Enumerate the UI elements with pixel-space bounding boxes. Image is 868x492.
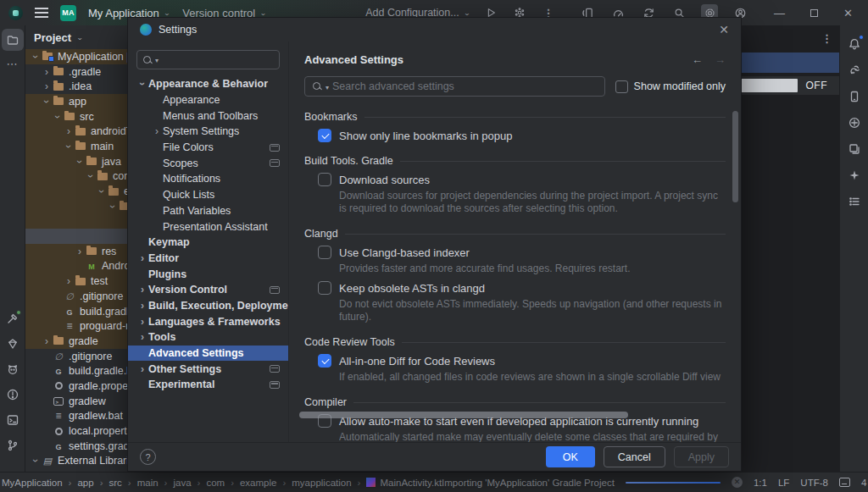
apply-button[interactable]: Apply bbox=[674, 446, 729, 467]
option-label[interactable]: Use Clangd-based indexer bbox=[339, 246, 470, 259]
section-title: Code Review Tools bbox=[304, 336, 395, 348]
forward-arrow-icon[interactable]: → bbox=[715, 53, 726, 66]
settings-nav-item[interactable]: Build, Execution, Deployment bbox=[128, 298, 288, 314]
settings-nav-item[interactable]: Appearance bbox=[128, 92, 288, 108]
build-tool-icon[interactable] bbox=[2, 307, 24, 329]
settings-nav-item[interactable]: Scopes bbox=[128, 155, 288, 171]
breadcrumb-item[interactable]: example bbox=[225, 478, 276, 488]
cancel-button[interactable]: Cancel bbox=[604, 446, 665, 467]
maximize-button[interactable] bbox=[810, 9, 818, 17]
minimize-button[interactable]: — bbox=[774, 7, 785, 19]
tree-label: app bbox=[69, 96, 86, 108]
logcat-icon[interactable] bbox=[2, 358, 24, 380]
settings-nav-item[interactable]: Tools bbox=[128, 329, 288, 346]
project-tool-icon[interactable] bbox=[2, 29, 24, 51]
settings-nav-item[interactable]: Presentation Assistant bbox=[128, 218, 288, 235]
breadcrumb-item[interactable]: app bbox=[63, 478, 94, 488]
checkbox[interactable] bbox=[318, 173, 331, 186]
checkbox[interactable] bbox=[318, 129, 331, 142]
caret-position[interactable]: 1:1 bbox=[754, 478, 767, 488]
settings-nav-item[interactable]: Notifications bbox=[128, 171, 288, 187]
nav-item-label: Presentation Assistant bbox=[163, 221, 268, 233]
option-label[interactable]: Download sources bbox=[339, 174, 430, 186]
problems-icon[interactable] bbox=[2, 384, 24, 406]
file-type-icon bbox=[52, 440, 65, 452]
editor-options-icon[interactable]: ⋮ bbox=[821, 32, 832, 45]
encoding[interactable]: UTF-8 bbox=[800, 478, 828, 488]
banner-toggle-label[interactable]: OFF bbox=[806, 80, 828, 91]
tree-label: gradle bbox=[69, 335, 98, 347]
settings-nav-item[interactable]: Quick Lists bbox=[128, 187, 288, 203]
close-button[interactable]: ✕ bbox=[843, 7, 853, 19]
breadcrumb-item[interactable]: MyApplication bbox=[2, 478, 63, 488]
help-button[interactable]: ? bbox=[140, 449, 156, 465]
nav-item-label: Version Control bbox=[148, 284, 227, 296]
project-badge[interactable]: MA bbox=[60, 5, 76, 21]
settings-search-input[interactable] bbox=[161, 54, 274, 66]
settings-nav-item[interactable]: Keymap bbox=[128, 235, 288, 251]
vertical-scrollbar[interactable] bbox=[732, 111, 738, 202]
settings-nav-item[interactable]: Languages & Frameworks bbox=[128, 313, 288, 329]
settings-nav-item[interactable]: Advanced Settings bbox=[128, 346, 288, 362]
breadcrumb-item[interactable]: com bbox=[192, 478, 225, 488]
settings-row: Code Review Tools bbox=[304, 336, 726, 348]
structure-icon[interactable] bbox=[843, 191, 865, 213]
section-divider bbox=[345, 234, 726, 235]
main-menu-icon[interactable] bbox=[35, 8, 48, 18]
indent-setting[interactable]: 4 spaces bbox=[861, 478, 868, 488]
dialog-close-icon[interactable]: ✕ bbox=[719, 23, 729, 36]
breadcrumb-item[interactable]: src bbox=[94, 478, 122, 488]
breadcrumb-item[interactable]: java bbox=[159, 478, 192, 488]
app-inspection-icon[interactable] bbox=[2, 333, 24, 355]
settings-row: All-in-one Diff for Code Reviews If enab… bbox=[304, 354, 726, 384]
settings-nav-item[interactable]: File Colors bbox=[128, 140, 288, 156]
settings-card-icon bbox=[270, 159, 280, 167]
option-row: All-in-one Diff for Code Reviews bbox=[318, 354, 726, 368]
terminal-icon[interactable] bbox=[2, 409, 24, 431]
option-label[interactable]: All-in-one Diff for Code Reviews bbox=[339, 355, 495, 368]
notifications-icon[interactable] bbox=[843, 33, 865, 55]
resource-explorer-icon[interactable] bbox=[843, 112, 865, 134]
option-row: Keep obsolete ASTs in clangd bbox=[318, 281, 726, 295]
option-label[interactable]: Show only line bookmarks in popup bbox=[339, 130, 513, 142]
horizontal-scrollbar[interactable] bbox=[299, 412, 628, 418]
version-control-icon[interactable] bbox=[2, 434, 24, 456]
gemini-icon[interactable] bbox=[843, 164, 865, 186]
settings-nav-item[interactable]: Experimental bbox=[128, 377, 288, 393]
advanced-search-input[interactable] bbox=[332, 80, 598, 92]
breadcrumb-item[interactable]: main bbox=[122, 478, 159, 488]
checkbox[interactable] bbox=[318, 354, 331, 368]
settings-nav-item[interactable]: System Settings bbox=[128, 124, 288, 140]
settings-nav-item[interactable]: Menus and Toolbars bbox=[128, 108, 288, 124]
checkbox[interactable] bbox=[318, 281, 331, 295]
settings-nav-item[interactable]: Other Settings bbox=[128, 361, 288, 377]
settings-nav-item[interactable]: Version Control bbox=[128, 282, 288, 298]
checkbox[interactable] bbox=[318, 246, 331, 259]
line-ending[interactable]: LF bbox=[778, 478, 789, 488]
settings-nav-item[interactable]: Path Variables bbox=[128, 203, 288, 219]
device-manager-icon[interactable] bbox=[843, 86, 865, 108]
section-divider bbox=[353, 402, 726, 403]
ok-button[interactable]: OK bbox=[546, 446, 595, 467]
settings-nav-item[interactable]: Plugins bbox=[128, 266, 288, 282]
settings-row: Clangd bbox=[304, 228, 726, 240]
more-tool-windows-icon[interactable]: ⋯ bbox=[0, 58, 25, 70]
nav-item-label: Languages & Frameworks bbox=[148, 316, 281, 328]
back-arrow-icon[interactable]: ← bbox=[692, 53, 703, 66]
option-row: Show only line bookmarks in popup bbox=[318, 129, 726, 142]
breadcrumb-item[interactable]: MainActivity.kt bbox=[352, 478, 442, 488]
settings-nav-item[interactable]: Appearance & Behavior bbox=[128, 76, 288, 92]
option-label[interactable]: Keep obsolete ASTs in clangd bbox=[339, 282, 485, 295]
tree-label: .gitignore bbox=[80, 290, 123, 302]
breadcrumb-item[interactable]: myapplication bbox=[276, 478, 351, 488]
settings-nav-item[interactable]: Editor bbox=[128, 251, 288, 267]
settings-search-box[interactable]: ▾ bbox=[136, 50, 280, 69]
reader-mode-icon[interactable] bbox=[839, 478, 850, 487]
advanced-search-box[interactable]: ▾ bbox=[304, 76, 605, 97]
gradle-icon[interactable] bbox=[843, 59, 865, 81]
show-modified-toggle[interactable]: Show modified only bbox=[615, 80, 726, 93]
running-devices-icon[interactable] bbox=[843, 138, 865, 160]
progress-cancel-icon[interactable]: ✕ bbox=[732, 477, 743, 488]
file-type-icon bbox=[52, 395, 65, 407]
checkbox[interactable] bbox=[615, 80, 628, 93]
